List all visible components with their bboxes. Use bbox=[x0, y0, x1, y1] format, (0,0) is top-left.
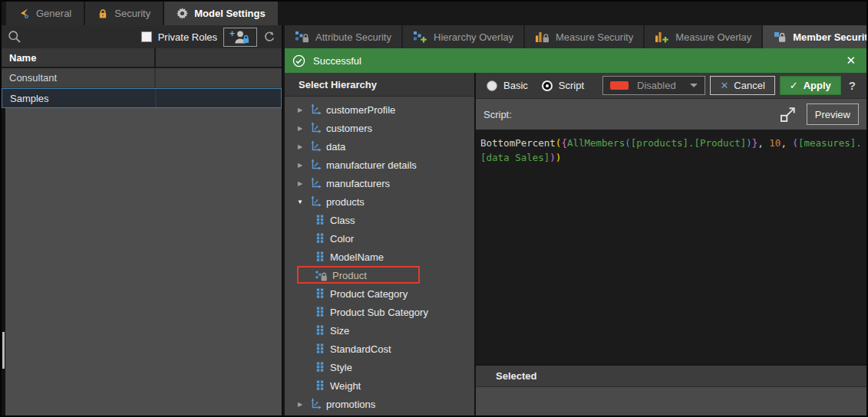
script-radio-label: Script bbox=[559, 80, 584, 91]
attribute-icon bbox=[315, 380, 325, 391]
code-token: , bbox=[781, 137, 792, 149]
apply-button[interactable]: ✓ Apply bbox=[780, 76, 841, 95]
tree-item-product[interactable]: Product bbox=[285, 266, 474, 284]
tree-item-product-sub-category[interactable]: Product Sub Category bbox=[285, 303, 474, 321]
tree-item-data[interactable]: ▶data bbox=[285, 137, 474, 156]
attribute-icon bbox=[315, 215, 325, 225]
tree-item-weight[interactable]: Weight bbox=[285, 376, 474, 395]
tree-item-style[interactable]: Style bbox=[285, 358, 474, 376]
hierarchy-panel-title: Select Hierarchy bbox=[285, 73, 474, 97]
tree-item-manufacturer-details[interactable]: ▶manufacturer details bbox=[285, 156, 474, 174]
hierarchy-icon bbox=[309, 103, 322, 116]
chevron-right-icon[interactable]: ▶ bbox=[295, 162, 305, 169]
preview-button[interactable]: Preview bbox=[807, 103, 859, 125]
code-token: AllMembers bbox=[567, 137, 625, 149]
hierarchy-icon bbox=[309, 177, 322, 189]
tab-security[interactable]: Security bbox=[85, 2, 163, 25]
scrollbar-thumb[interactable] bbox=[2, 332, 5, 369]
private-roles-checkbox[interactable] bbox=[141, 31, 152, 42]
add-user-lock-icon: + bbox=[229, 29, 251, 44]
member-security-icon bbox=[773, 31, 787, 43]
tree-item-manufacturers[interactable]: ▶manufacturers bbox=[285, 174, 474, 192]
help-button[interactable]: ? bbox=[849, 79, 856, 92]
tree-item-promotions[interactable]: ▶promotions bbox=[285, 395, 474, 413]
code-token: , bbox=[757, 137, 769, 149]
table-row-samples[interactable]: Samples bbox=[2, 88, 282, 108]
tree-item-label: manufacturer details bbox=[326, 159, 417, 171]
banner-text: Successful bbox=[313, 55, 361, 67]
code-token: 10 bbox=[769, 137, 781, 149]
tree-item-products[interactable]: ▼products bbox=[285, 192, 474, 211]
tree-item-customers[interactable]: ▶customers bbox=[285, 119, 474, 137]
chevron-down-icon[interactable]: ▼ bbox=[295, 199, 305, 205]
search-icon[interactable] bbox=[8, 30, 21, 44]
tab-measure-overlay[interactable]: Measure Overlay bbox=[645, 25, 761, 48]
chevron-right-icon[interactable]: ▶ bbox=[295, 180, 305, 187]
tree-item-customerprofile[interactable]: ▶customerProfile bbox=[285, 100, 474, 119]
expand-icon bbox=[779, 105, 797, 123]
tab-model-settings[interactable]: Model Settings bbox=[164, 2, 277, 25]
general-icon bbox=[18, 8, 30, 19]
status-swatch bbox=[610, 81, 629, 90]
tree-item-label: ModelName bbox=[330, 251, 384, 263]
tree-item-size[interactable]: Size bbox=[285, 321, 474, 340]
attribute-locked-icon bbox=[315, 270, 328, 281]
tab-measure-security[interactable]: Measure Security bbox=[525, 25, 643, 48]
tab-label: General bbox=[36, 8, 71, 19]
gear-icon bbox=[177, 8, 188, 19]
tree-item-color[interactable]: Color bbox=[285, 229, 474, 248]
expand-script-button[interactable] bbox=[774, 103, 802, 126]
tab-label: Measure Overlay bbox=[675, 31, 751, 43]
hierarchy-overlay-icon bbox=[413, 31, 427, 43]
attribute-icon bbox=[315, 233, 325, 244]
add-role-button[interactable]: + bbox=[223, 28, 257, 47]
script-radio-circle[interactable] bbox=[542, 80, 553, 91]
code-token: ) bbox=[746, 137, 752, 149]
tab-member-security[interactable]: Member Security bbox=[763, 25, 868, 48]
chevron-right-icon[interactable]: ▶ bbox=[295, 143, 305, 150]
script-radio[interactable]: Script bbox=[542, 80, 584, 91]
tab-label: Model Settings bbox=[194, 8, 265, 19]
basic-radio-circle[interactable] bbox=[487, 80, 497, 91]
status-dropdown-value: Disabled bbox=[637, 80, 682, 91]
tree-item-class[interactable]: Class bbox=[285, 211, 474, 229]
tree-item-modelname[interactable]: ModelName bbox=[285, 248, 474, 266]
chevron-right-icon[interactable]: ▶ bbox=[295, 125, 305, 132]
tree-item-standardcost[interactable]: StandardCost bbox=[285, 340, 474, 358]
code-token: ) bbox=[556, 152, 562, 163]
selected-section-header: Selected bbox=[476, 364, 866, 387]
tab-attribute-security[interactable]: Attribute Security bbox=[285, 25, 401, 48]
tree-item-label: Product bbox=[332, 270, 367, 281]
code-line: BottomPercent({AllMembers([products].[Pr… bbox=[480, 136, 862, 150]
hierarchy-icon bbox=[309, 195, 322, 208]
code-token: ( bbox=[625, 137, 631, 149]
chevron-right-icon[interactable]: ▶ bbox=[295, 107, 305, 113]
tree-item-label: customerProfile bbox=[326, 104, 395, 116]
code-token: [data Sales] bbox=[480, 152, 550, 163]
hierarchy-icon bbox=[309, 159, 322, 171]
code-line: [data Sales])) bbox=[480, 150, 862, 165]
tab-label: Hierarchy Overlay bbox=[434, 31, 513, 43]
attribute-security-icon bbox=[295, 31, 309, 43]
measure-security-icon bbox=[535, 31, 550, 43]
column-header-name[interactable]: Name bbox=[2, 48, 156, 67]
script-editor[interactable]: BottomPercent({AllMembers([products].[Pr… bbox=[476, 130, 866, 364]
cancel-button[interactable]: ✕ Cancel bbox=[710, 76, 774, 95]
hierarchy-icon bbox=[309, 398, 322, 410]
tree-item-product-category[interactable]: Product Category bbox=[285, 284, 474, 303]
tree-item-label: Style bbox=[330, 362, 352, 373]
svg-text:+: + bbox=[229, 29, 235, 39]
banner-close-icon[interactable]: ✕ bbox=[846, 54, 856, 67]
table-row-consultant[interactable]: Consultant bbox=[2, 68, 282, 88]
tab-general[interactable]: General bbox=[6, 2, 84, 25]
tab-hierarchy-overlay[interactable]: Hierarchy Overlay bbox=[403, 25, 523, 48]
basic-radio-label: Basic bbox=[503, 80, 528, 91]
left-scrollbar[interactable] bbox=[2, 108, 5, 415]
code-token: ) bbox=[550, 152, 556, 163]
roles-toolbar: Private Roles + bbox=[2, 25, 282, 48]
security-tab-bar: Attribute SecurityHierarchy OverlayMeasu… bbox=[285, 25, 866, 48]
basic-radio[interactable]: Basic bbox=[487, 80, 528, 91]
status-dropdown[interactable]: Disabled bbox=[602, 76, 705, 95]
chevron-right-icon[interactable]: ▶ bbox=[295, 401, 305, 408]
refresh-icon[interactable] bbox=[263, 31, 276, 43]
